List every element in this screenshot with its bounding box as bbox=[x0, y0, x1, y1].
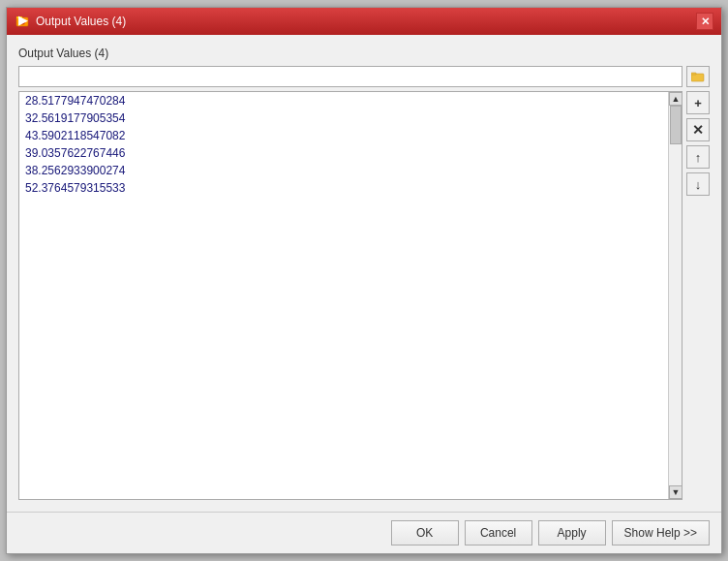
folder-button[interactable] bbox=[686, 66, 710, 87]
list-item[interactable]: 38.2562933900274 bbox=[19, 162, 668, 179]
list-item[interactable]: 28.5177947470284 bbox=[19, 92, 668, 109]
scrollbar[interactable]: ▲ ▼ bbox=[668, 92, 682, 499]
svg-text:▶: ▶ bbox=[18, 14, 28, 27]
list-container: 28.517794747028432.561917790535443.59021… bbox=[18, 91, 682, 500]
list-item[interactable]: 39.0357622767446 bbox=[19, 144, 668, 162]
scroll-thumb[interactable] bbox=[670, 106, 682, 144]
list-area: 28.517794747028432.561917790535443.59021… bbox=[18, 91, 710, 500]
move-down-button[interactable]: ↓ bbox=[686, 172, 710, 196]
list-item[interactable]: 32.5619177905354 bbox=[19, 109, 668, 127]
title-bar-left: ▶ Output Values (4) bbox=[15, 14, 126, 29]
scroll-up-arrow[interactable]: ▲ bbox=[669, 92, 682, 106]
svg-rect-5 bbox=[691, 73, 696, 75]
dialog-window: ▶ Output Values (4) ✕ Output Values (4) bbox=[6, 7, 722, 554]
list-item[interactable]: 43.5902118547082 bbox=[19, 127, 668, 144]
move-up-button[interactable]: ↑ bbox=[686, 145, 710, 169]
cancel-button[interactable]: Cancel bbox=[465, 520, 532, 545]
input-row bbox=[18, 66, 710, 87]
list-content: 28.517794747028432.561917790535443.59021… bbox=[19, 92, 668, 499]
window-title: Output Values (4) bbox=[36, 15, 126, 28]
dialog-content: Output Values (4) 28.517794747028432.561… bbox=[7, 35, 721, 512]
app-icon: ▶ bbox=[15, 14, 30, 29]
apply-button[interactable]: Apply bbox=[538, 520, 606, 545]
remove-button[interactable]: ✕ bbox=[686, 118, 710, 141]
title-bar: ▶ Output Values (4) ✕ bbox=[7, 8, 721, 35]
list-item[interactable]: 52.3764579315533 bbox=[19, 179, 668, 197]
value-input[interactable] bbox=[18, 66, 682, 87]
scroll-down-arrow[interactable]: ▼ bbox=[669, 485, 682, 499]
side-buttons: + ✕ ↑ ↓ bbox=[686, 91, 710, 500]
show-help-button[interactable]: Show Help >> bbox=[612, 520, 710, 545]
add-button[interactable]: + bbox=[686, 91, 710, 114]
ok-button[interactable]: OK bbox=[391, 520, 459, 545]
close-button[interactable]: ✕ bbox=[696, 13, 713, 30]
dialog-footer: OK Cancel Apply Show Help >> bbox=[7, 512, 721, 553]
scroll-track bbox=[669, 106, 682, 485]
section-label: Output Values (4) bbox=[18, 47, 710, 60]
